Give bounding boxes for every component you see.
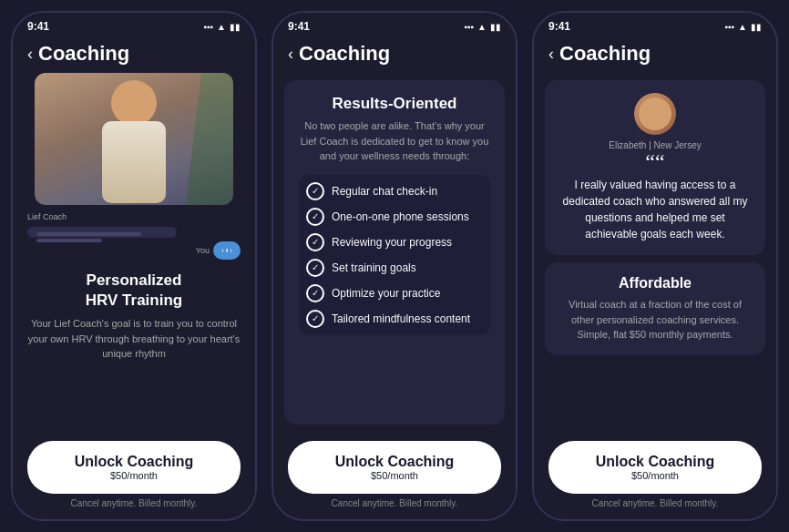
back-arrow-2[interactable]: ‹	[288, 45, 293, 64]
status-time-3: 9:41	[548, 20, 570, 33]
testimonial-card: Elizabeth | New Jersey ““ I really value…	[545, 80, 765, 255]
status-bar-2: 9:41 ▪▪▪ ▲ ▮▮	[273, 13, 516, 36]
quote-mark: ““	[645, 154, 664, 171]
cancel-text-1: Cancel anytime. Billed monthly.	[27, 498, 241, 508]
coach-bubble	[27, 227, 177, 238]
battery-icon: ▮▮	[230, 22, 241, 32]
checklist-item-3: ✓ Set training goals	[306, 259, 483, 277]
phone-screen-3: 9:41 ▪▪▪ ▲ ▮▮ ‹ Coaching Elizabeth | New…	[532, 11, 778, 521]
checklist: ✓ Regular chat check-in ✓ One-on-one pho…	[299, 175, 490, 335]
feature-card-title: Results-Oriented	[299, 95, 490, 113]
status-time-2: 9:41	[288, 20, 310, 33]
checklist-text-4: Optimize your practice	[332, 287, 440, 300]
check-icon-1: ✓	[306, 208, 324, 226]
unlock-button-3[interactable]: Unlock Coaching $50/month	[548, 441, 762, 494]
check-icon-5: ✓	[306, 310, 324, 328]
screen2-main: Results-Oriented No two people are alike…	[273, 73, 516, 432]
checklist-item-5: ✓ Tailored mindfulness content	[306, 310, 483, 328]
check-icon-3: ✓	[306, 259, 324, 277]
bottom-area-1: Unlock Coaching $50/month Cancel anytime…	[13, 432, 255, 519]
cancel-text-3: Cancel anytime. Billed monthly.	[548, 498, 762, 508]
bottom-area-3: Unlock Coaching $50/month Cancel anytime…	[534, 432, 776, 519]
person-body	[102, 121, 166, 203]
affordable-title: Affordable	[558, 275, 753, 292]
price-2: $50/month	[301, 470, 488, 481]
price-1: $50/month	[40, 470, 228, 481]
screen1-main: Lief Coach You	[13, 73, 255, 432]
page-title-3: Coaching	[559, 42, 651, 66]
reviewer-name: Elizabeth | New Jersey	[609, 140, 702, 150]
check-icon-4: ✓	[306, 284, 324, 302]
checklist-text-1: One-on-one phone sessions	[332, 210, 469, 223]
unlock-button-1[interactable]: Unlock Coaching $50/month	[27, 441, 241, 494]
battery-icon-2: ▮▮	[490, 22, 501, 32]
status-icons-1: ▪▪▪ ▲ ▮▮	[203, 22, 241, 32]
person-head	[111, 80, 157, 126]
affordable-desc: Virtual coach at a fraction of the cost …	[558, 297, 753, 343]
affordable-card: Affordable Virtual coach at a fraction o…	[545, 262, 765, 355]
page-header-2: ‹ Coaching	[273, 36, 516, 73]
chat-container: Lief Coach You	[13, 205, 255, 267]
signal-icon: ▪▪▪	[203, 22, 213, 32]
checklist-text-3: Set training goals	[332, 261, 416, 274]
screen1-text: Personalized HRV Training Your Lief Coac…	[13, 267, 255, 365]
checklist-text-2: Reviewing your progress	[332, 236, 452, 249]
check-icon-0: ✓	[306, 182, 324, 200]
dot-3	[231, 249, 231, 252]
you-label: You	[196, 246, 210, 255]
back-arrow-1[interactable]: ‹	[27, 45, 33, 64]
check-icon-2: ✓	[306, 233, 324, 251]
status-icons-2: ▪▪▪ ▲ ▮▮	[464, 22, 501, 32]
wifi-icon-3: ▲	[738, 22, 747, 32]
cancel-text-2: Cancel anytime. Billed monthly.	[288, 498, 501, 508]
back-arrow-3[interactable]: ‹	[548, 45, 554, 64]
price-3: $50/month	[561, 470, 749, 481]
checklist-item-2: ✓ Reviewing your progress	[306, 233, 483, 251]
testimonial-text: I really valued having access to a dedic…	[558, 177, 753, 242]
checklist-item-0: ✓ Regular chat check-in	[306, 182, 483, 200]
wifi-icon-2: ▲	[477, 22, 487, 32]
hero-wrapper	[13, 73, 255, 205]
screen1-desc: Your Lief Coach's goal is to train you t…	[27, 316, 241, 362]
page-header-1: ‹ Coaching	[13, 36, 255, 73]
you-row: You	[27, 241, 241, 260]
status-bar-3: 9:41 ▪▪▪ ▲ ▮▮	[534, 13, 776, 36]
page-header-3: ‹ Coaching	[534, 36, 776, 73]
coach-label: Lief Coach	[27, 212, 241, 221]
screen1-heading: Personalized HRV Training	[27, 271, 241, 311]
signal-icon-3: ▪▪▪	[724, 22, 734, 32]
checklist-item-1: ✓ One-on-one phone sessions	[306, 208, 483, 226]
screens-container: 9:41 ▪▪▪ ▲ ▮▮ ‹ Coaching	[0, 0, 789, 532]
unlock-button-2[interactable]: Unlock Coaching $50/month	[288, 441, 501, 494]
feature-card-subtitle: No two people are alike. That's why your…	[299, 118, 490, 164]
screen3-main: Elizabeth | New Jersey ““ I really value…	[534, 73, 776, 432]
avatar	[634, 93, 676, 135]
phone-screen-2: 9:41 ▪▪▪ ▲ ▮▮ ‹ Coaching Results-Oriente…	[272, 11, 517, 521]
status-bar-1: 9:41 ▪▪▪ ▲ ▮▮	[13, 13, 255, 36]
checklist-text-5: Tailored mindfulness content	[332, 312, 470, 325]
page-title-2: Coaching	[299, 42, 390, 66]
checklist-item-4: ✓ Optimize your practice	[306, 284, 483, 302]
status-icons-3: ▪▪▪ ▲ ▮▮	[724, 22, 762, 32]
dot-1	[222, 249, 223, 252]
you-bubble	[213, 241, 241, 260]
chat-line-1	[36, 232, 141, 236]
phone-screen-1: 9:41 ▪▪▪ ▲ ▮▮ ‹ Coaching	[11, 11, 257, 521]
status-time-1: 9:41	[27, 20, 49, 33]
page-title-1: Coaching	[38, 42, 129, 66]
hero-person	[35, 73, 233, 205]
person-figure	[102, 80, 166, 199]
wifi-icon: ▲	[217, 22, 226, 32]
battery-icon-3: ▮▮	[751, 22, 762, 32]
bottom-area-2: Unlock Coaching $50/month Cancel anytime…	[273, 432, 516, 519]
checklist-text-0: Regular chat check-in	[332, 185, 437, 198]
hero-image-1	[35, 73, 233, 205]
avatar-face	[639, 97, 671, 130]
signal-icon-2: ▪▪▪	[464, 22, 474, 32]
feature-card: Results-Oriented No two people are alike…	[284, 80, 505, 425]
dot-2	[226, 249, 227, 252]
